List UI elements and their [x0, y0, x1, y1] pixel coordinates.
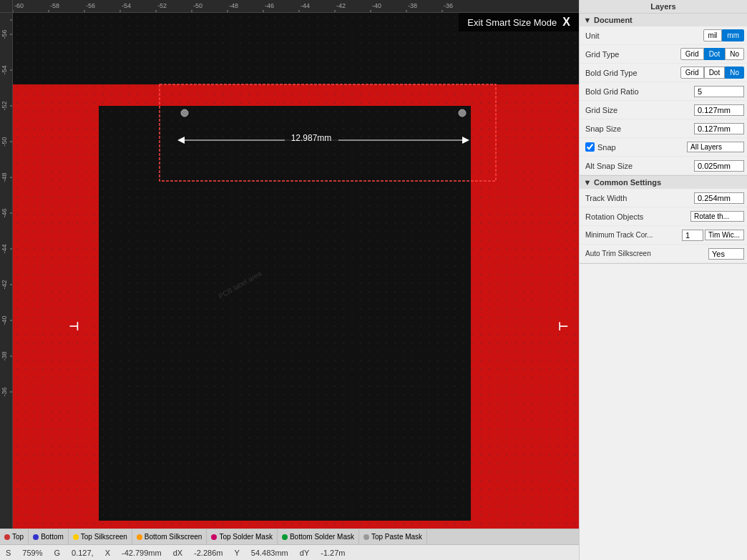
svg-text:-50: -50 [193, 2, 202, 9]
rotation-objects-row: Rotation Objects [580, 207, 747, 226]
layer-tab-bot-solder[interactable]: Bottom Solder Mask [278, 529, 359, 545]
layer-dot-top [4, 534, 10, 540]
snap-layers-input[interactable] [687, 142, 744, 152]
y-value: 54.483mm [251, 549, 288, 557]
layer-tab-top-silk-label: Top Silkscreen [81, 533, 127, 541]
dy-value: -1.27m [321, 549, 345, 557]
common-settings-collapse-arrow: ▼ [584, 179, 591, 186]
svg-text:-56: -56 [1, 29, 8, 39]
svg-text:-42: -42 [336, 2, 346, 9]
unit-row: Unit mil mm [580, 26, 747, 45]
layer-tab-top-solder[interactable]: Top Solder Mask [207, 529, 277, 545]
svg-text:-54: -54 [1, 65, 8, 74]
svg-text:-50: -50 [1, 137, 8, 146]
rotation-objects-input[interactable] [690, 211, 744, 222]
bold-grid-type-dot-button[interactable]: Dot [704, 67, 726, 79]
svg-text:-36: -36 [444, 2, 453, 9]
layer-tab-top-label: Top [12, 533, 24, 541]
grid-type-label: Grid Type [585, 50, 680, 59]
layer-tab-top[interactable]: Top [0, 529, 29, 545]
scale-value: 759% [22, 549, 42, 557]
panel-scroll[interactable]: ▼ Document Unit mil mm Grid Type [580, 14, 747, 560]
main-container: -60 -58 -56 -54 -52 -50 -48 [0, 0, 747, 560]
track-width-input[interactable] [694, 192, 744, 204]
grid-value: 0.127, [72, 549, 94, 557]
document-collapse-arrow: ▼ [584, 16, 591, 24]
bold-grid-type-no-button[interactable]: No [725, 67, 744, 79]
common-settings-header[interactable]: ▼ Common Settings [580, 176, 747, 189]
layer-tab-top-solder-label: Top Solder Mask [219, 533, 272, 541]
snap-size-row: Snap Size [580, 119, 747, 138]
layer-tab-bot-silk-label: Bottom Silkscreen [145, 533, 202, 541]
x-value: -42.799mm [122, 549, 162, 557]
grid-size-input[interactable] [694, 104, 744, 116]
scale-label: S [6, 549, 11, 557]
exit-smart-size-label: Exit Smart Size Mode [467, 17, 557, 28]
grid-type-dot-button[interactable]: Dot [704, 48, 726, 60]
svg-text:-40: -40 [1, 315, 8, 325]
layer-tab-bottom[interactable]: Bottom [29, 529, 69, 545]
auto-trim-row: Auto Trim Silkscreen [580, 245, 747, 263]
ruler-corner [0, 0, 13, 13]
ruler-top-svg: -60 -58 -56 -54 -52 -50 -48 [13, 0, 579, 12]
snap-size-label: Snap Size [585, 124, 694, 133]
track-width-value [694, 192, 744, 204]
grid-type-grid-button[interactable]: Grid [680, 48, 704, 60]
svg-text:-54: -54 [122, 2, 131, 9]
unit-mm-button[interactable]: mm [722, 29, 744, 41]
alt-snap-size-input[interactable] [694, 160, 744, 172]
unit-label: Unit [585, 31, 703, 40]
layer-dot-bot-solder [282, 534, 288, 540]
grid-type-no-button[interactable]: No [725, 48, 744, 60]
bold-grid-type-row: Bold Grid Type Grid Dot No [580, 64, 747, 82]
snap-checkbox-wrap: Snap [585, 142, 616, 152]
rotation-objects-label: Rotation Objects [585, 212, 690, 221]
snap-size-input[interactable] [694, 123, 744, 134]
track-width-label: Track Width [585, 194, 694, 202]
svg-text:12.987mm: 12.987mm [291, 133, 332, 143]
ruler-left: -56 -54 -52 -50 -48 -46 -44 -42 -40 -38 … [0, 13, 13, 529]
layer-dot-bottom [33, 534, 39, 540]
bold-grid-ratio-input[interactable] [694, 86, 744, 97]
x-label: X [105, 549, 110, 557]
grid-label: G [54, 549, 60, 557]
min-track-cor-extra[interactable] [705, 230, 744, 240]
grid-size-row: Grid Size [580, 101, 747, 119]
svg-text:-44: -44 [301, 2, 310, 9]
bold-grid-type-grid-button[interactable]: Grid [680, 67, 704, 79]
layer-tab-bot-silk[interactable]: Bottom Silkscreen [132, 529, 208, 545]
document-section-header[interactable]: ▼ Document [580, 14, 747, 26]
common-settings-title: Common Settings [594, 178, 661, 187]
svg-text:-60: -60 [14, 2, 24, 9]
auto-trim-input[interactable] [708, 248, 744, 260]
unit-btn-group: mil mm [703, 29, 744, 41]
ruler-left-svg: -56 -54 -52 -50 -48 -46 -44 -42 -40 -38 … [0, 13, 12, 529]
svg-text:-48: -48 [1, 172, 8, 182]
svg-text:-52: -52 [1, 101, 8, 110]
pcb-canvas[interactable]: Exit Smart Size Mode X [13, 13, 579, 529]
svg-rect-27 [0, 13, 12, 529]
exit-x-button[interactable]: X [562, 16, 570, 29]
auto-trim-label: Auto Trim Silkscreen [585, 250, 708, 257]
snap-select-value [687, 142, 744, 152]
bold-grid-type-btn-group: Grid Dot No [680, 67, 744, 79]
unit-mil-button[interactable]: mil [703, 29, 723, 41]
svg-text:-56: -56 [86, 2, 95, 9]
y-label: Y [234, 549, 239, 557]
svg-text:-38: -38 [408, 2, 417, 9]
bold-grid-type-value: Grid Dot No [680, 67, 744, 79]
grid-type-btn-group: Grid Dot No [680, 48, 744, 60]
dy-label: dY [300, 549, 309, 557]
layer-tab-top-paste-label: Top Paste Mask [371, 533, 422, 541]
layer-dot-top-paste [363, 534, 369, 540]
snap-checkbox[interactable] [585, 142, 595, 152]
layer-tab-top-paste[interactable]: Top Paste Mask [359, 529, 427, 545]
min-track-cor-row: Minimum Track Cor... [580, 226, 747, 245]
grid-type-value: Grid Dot No [680, 48, 744, 60]
grid-type-row: Grid Type Grid Dot No [580, 45, 747, 64]
common-settings-section: ▼ Common Settings Track Width Rotation O… [580, 176, 747, 264]
svg-text:-52: -52 [157, 2, 167, 9]
right-panel: Layers ▼ Document Unit mil mm [579, 0, 747, 560]
min-track-cor-input[interactable] [682, 230, 703, 241]
layer-tab-top-silk[interactable]: Top Silkscreen [69, 529, 132, 545]
